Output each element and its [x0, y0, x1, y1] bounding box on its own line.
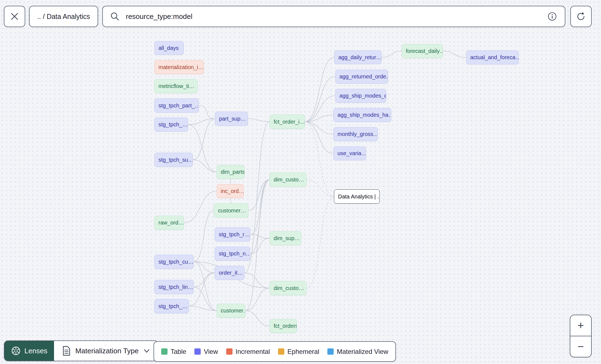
lens-type-dropdown[interactable]: Materialization Type	[54, 341, 158, 361]
legend-swatch	[161, 348, 168, 355]
graph-node-dim-custo-b[interactable]: dim_custo…	[270, 281, 307, 295]
graph-node-dim-parts[interactable]: dim_parts	[217, 165, 245, 179]
legend-label: Ephemeral	[287, 348, 319, 356]
graph-node-dim-sup[interactable]: dim_sup…	[270, 231, 301, 245]
zoom-in-button[interactable]: +	[570, 315, 591, 336]
legend-label: Incremental	[236, 348, 270, 356]
zoom-controls: + −	[570, 315, 592, 357]
lenses-button[interactable]: Lenses	[4, 341, 54, 361]
lens-selected-label: Materialization Type	[75, 347, 139, 355]
graph-node-agg-daily-retur[interactable]: agg_daily_retur…	[334, 50, 382, 64]
lens-bar: Lenses Materialization Type	[4, 340, 158, 361]
legend-label: View	[204, 348, 218, 356]
graph-node-stg-tpch-su[interactable]: stg_tpch_su…	[154, 153, 193, 167]
graph-node-agg-ship-modes-ha[interactable]: agg_ship_modes_ha…	[333, 108, 391, 122]
graph-node-agg-returned-orde[interactable]: agg_returned_orde…	[335, 70, 388, 84]
graph-node-part-sup[interactable]: part_sup…	[215, 112, 248, 126]
graph-node-stg-tpch-b[interactable]: stg_tpch_…	[154, 299, 189, 313]
graph-node-metricflow-ti[interactable]: metricflow_ti…	[154, 79, 198, 93]
graph-node-order-it[interactable]: order_it…	[215, 266, 245, 280]
legend-swatch	[194, 348, 201, 355]
graph-node-stg-tpch-n[interactable]: stg_tpch_n…	[215, 247, 250, 261]
legend-item-ephemeral: Ephemeral	[278, 348, 319, 356]
legend-item-table: Table	[161, 348, 186, 356]
graph-node-data-analytics[interactable]: Data Analytics | …	[334, 189, 380, 204]
graph-node-use-varia[interactable]: use_varia…	[333, 146, 366, 160]
graph-node-inc-ord[interactable]: inc_ord…	[217, 184, 244, 198]
graph-node-dim-custo-a[interactable]: dim_custo…	[270, 172, 307, 187]
graph-node-customer-a[interactable]: customer…	[214, 203, 248, 218]
chevron-down-icon	[143, 347, 150, 354]
graph-node-customer-b[interactable]: customer…	[217, 304, 245, 318]
document-icon	[62, 346, 71, 356]
graph-node-forecast-daily[interactable]: forecast_daily…	[402, 44, 443, 58]
legend-swatch	[327, 348, 334, 355]
graph-node-agg-ship-modes-d[interactable]: agg_ship_modes_d…	[335, 89, 386, 103]
graph-node-actual-and-foreca[interactable]: actual_and_foreca…	[466, 50, 519, 64]
legend-item-incremental: Incremental	[226, 348, 270, 356]
graph-node-monthly-gross[interactable]: monthly_gross…	[333, 127, 378, 141]
legend-item-view: View	[194, 348, 218, 356]
legend-swatch	[226, 348, 233, 355]
graph-node-materialization-i[interactable]: materialization_i…	[154, 60, 204, 74]
legend-label: Materialized View	[337, 348, 388, 356]
graph-node-all-days[interactable]: all_days	[154, 41, 184, 55]
graph-node-stg-tpch-a[interactable]: stg_tpch_…	[154, 118, 188, 132]
lenses-label: Lenses	[24, 347, 47, 355]
aperture-icon	[11, 346, 21, 356]
legend-item-materialized-view: Materialized View	[327, 348, 388, 356]
graph-node-stg-tpch-part[interactable]: stg_tpch_part_…	[154, 98, 199, 113]
legend-label: Table	[171, 348, 186, 356]
graph-node-fct-order-i[interactable]: fct_order_i…	[270, 115, 305, 129]
materialization-legend: TableViewIncrementalEphemeralMaterialize…	[154, 341, 396, 362]
graph-node-stg-tpch-r[interactable]: stg_tpch_r…	[215, 228, 250, 241]
graph-node-fct-orders[interactable]: fct_orders	[270, 319, 297, 333]
zoom-out-button[interactable]: −	[570, 336, 591, 357]
graph-node-raw-ord[interactable]: raw_ord…	[154, 216, 184, 230]
graph-node-stg-tpch-lin[interactable]: stg_tpch_lin…	[154, 280, 194, 294]
graph-node-stg-tpch-cu[interactable]: stg_tpch_cu…	[154, 255, 194, 269]
legend-swatch	[278, 348, 284, 355]
lineage-nodes-layer: all_daysmaterialization_i…metricflow_ti……	[0, 0, 601, 364]
